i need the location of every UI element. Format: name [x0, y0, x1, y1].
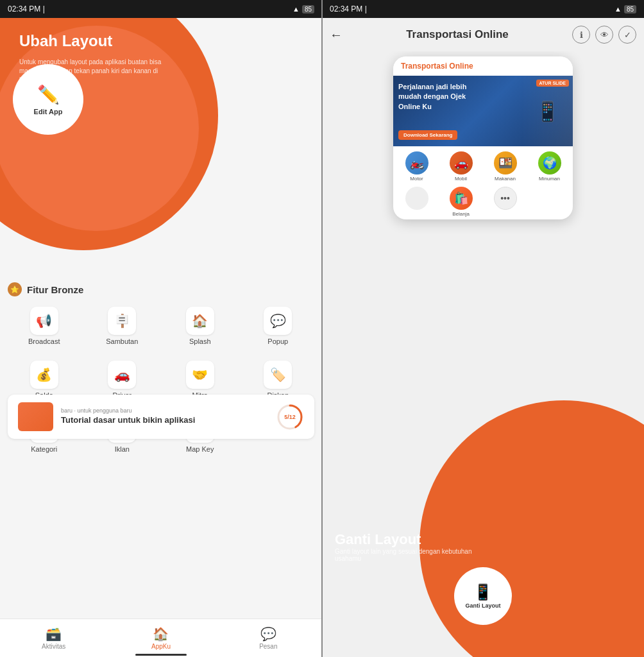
nav-appku[interactable]: 🏠 AppKu — [107, 626, 214, 650]
banner-phone-image: 📱 — [521, 76, 573, 146]
ganti-layout-title: Ganti Layout — [335, 531, 421, 548]
ganti-layout-desc: Ganti layout lain yang sesuai dengan keb… — [335, 548, 476, 562]
right-app-header: ← Transportasi Online ℹ 👁 ✓ — [322, 18, 644, 51]
feature-sambutan[interactable]: 🪧 Sambutan — [86, 302, 159, 350]
appku-label: AppKu — [151, 643, 171, 650]
eye-icon: 👁 — [600, 30, 609, 40]
right-status-right: ▲ 85 — [614, 5, 636, 13]
home-indicator — [135, 654, 187, 656]
splash-label: Splash — [189, 337, 211, 345]
pesan-label: Pesan — [259, 643, 277, 650]
kategori-label: Kategori — [31, 445, 57, 453]
motor-label: Motor — [410, 176, 423, 182]
download-btn[interactable]: Download Sekarang — [398, 130, 457, 140]
splash-icon-box: 🏠 — [186, 307, 214, 335]
pesan-icon: 💬 — [260, 626, 276, 642]
fitur-title: Fitur Bronze — [27, 284, 83, 295]
mapkey-label: Map Key — [186, 445, 214, 453]
tutorial-text: baru · untuk pengguna baru Tutorial dasa… — [61, 407, 268, 426]
mitra-icon-box: 🤝 — [186, 361, 214, 389]
tutorial-progress: 5/12 — [276, 403, 304, 431]
mobil-icon: 🚗 — [450, 151, 473, 175]
cat-minuman[interactable]: 🌍 Minuman — [529, 151, 570, 182]
placeholder-icon — [405, 187, 428, 210]
iklan-label: Iklan — [115, 445, 130, 453]
cat-makanan[interactable]: 🍱 Makanan — [484, 151, 526, 182]
tutorial-thumbnail — [18, 402, 53, 431]
shop-label: Belanja — [452, 211, 470, 217]
feature-popup[interactable]: 💬 Popup — [242, 302, 315, 350]
tutorial-title: Tutorial dasar untuk bikin aplikasi — [61, 415, 268, 426]
right-panel: 02:34 PM | ▲ 85 ← Transportasi Online ℹ … — [322, 0, 644, 657]
phone-top-bar: Transportasi Online — [393, 56, 573, 76]
category-row: 🏍️ Motor 🚗 Mobil 🍱 Makanan 🌍 Minuman — [393, 146, 573, 187]
phone-mockup: Transportasi Online Perjalanan jadi lebi… — [393, 56, 573, 219]
mobil-label: Mobil — [455, 176, 467, 182]
eye-button[interactable]: 👁 — [595, 26, 613, 44]
left-status-right: ▲ 85 — [292, 5, 314, 13]
right-page-title: Transportasi Online — [348, 28, 567, 41]
left-time: 02:34 PM | — [8, 4, 45, 13]
banner-slide[interactable]: Perjalanan jadi lebih mudah dengan Ojek … — [393, 76, 573, 146]
right-status-bar: 02:34 PM | ▲ 85 — [322, 0, 644, 18]
info-icon: ℹ — [580, 30, 583, 40]
check-icon: ✓ — [624, 30, 631, 40]
cat-more[interactable]: ••• — [484, 187, 526, 217]
aktivitas-icon: 🗃️ — [46, 626, 62, 642]
more-icon: ••• — [494, 187, 517, 210]
wifi-icon: ▲ — [292, 5, 300, 13]
right-orange-overlay — [419, 400, 644, 657]
left-status-bar: 02:34 PM | ▲ 85 — [0, 0, 322, 18]
banner-text: Perjalanan jadi lebih mudah dengan Ojek … — [398, 82, 475, 112]
fitur-header: ⭐ Fitur Bronze — [8, 276, 314, 302]
ubah-layout-desc: Untuk mengubah layout pada aplikasi buat… — [19, 58, 173, 85]
ganti-layout-button[interactable]: 📱 Ganti Layout — [454, 567, 512, 625]
right-time: 02:34 PM | — [330, 4, 367, 13]
broadcast-icon-box: 📢 — [30, 307, 58, 335]
minuman-icon: 🌍 — [538, 151, 561, 175]
check-button[interactable]: ✓ — [618, 26, 636, 44]
sambutan-label: Sambutan — [106, 337, 138, 345]
ganti-label: Ganti Layout — [465, 602, 500, 610]
info-button[interactable]: ℹ — [572, 26, 590, 44]
tutorial-badge: baru · untuk pengguna baru — [61, 407, 268, 414]
category-row-2: 🛍️ Belanja ••• — [393, 187, 573, 219]
feature-splash[interactable]: 🏠 Splash — [164, 302, 237, 350]
popup-label: Popup — [267, 337, 288, 345]
left-panel: 02:34 PM | ▲ 85 Ubah Layout Untuk mengub… — [0, 0, 322, 657]
right-battery-badge: 85 — [624, 5, 636, 13]
shop-icon: 🛍️ — [450, 187, 473, 210]
nav-pesan[interactable]: 💬 Pesan — [215, 626, 322, 650]
header-actions: ℹ 👁 ✓ — [572, 26, 636, 44]
nav-aktivitas[interactable]: 🗃️ Aktivitas — [0, 626, 107, 650]
saldo-icon-box: 💰 — [30, 361, 58, 389]
tutorial-card[interactable]: baru · untuk pengguna baru Tutorial dasa… — [8, 395, 314, 439]
right-wifi-icon: ▲ — [614, 5, 622, 13]
back-button[interactable]: ← — [330, 28, 343, 42]
cat-placeholder — [396, 187, 437, 217]
edit-label: Edit App — [34, 108, 63, 115]
sambutan-icon-box: 🪧 — [108, 307, 136, 335]
fitur-section: ⭐ Fitur Bronze 📢 Broadcast 🪧 Sambutan 🏠 … — [0, 276, 322, 657]
bottom-nav-left: 🗃️ Aktivitas 🏠 AppKu 💬 Pesan — [0, 619, 322, 657]
feature-broadcast[interactable]: 📢 Broadcast — [8, 302, 81, 350]
cat-shop[interactable]: 🛍️ Belanja — [440, 187, 482, 217]
panel-divider — [321, 0, 323, 657]
diskon-icon-box: 🏷️ — [264, 361, 292, 389]
appku-icon: 🏠 — [153, 626, 169, 642]
makanan-icon: 🍱 — [494, 151, 517, 175]
battery-badge: 85 — [302, 5, 314, 13]
aktivitas-label: Aktivitas — [42, 643, 65, 650]
phone-mockup-container: Transportasi Online Perjalanan jadi lebi… — [322, 51, 644, 657]
driver-icon-box: 🚗 — [108, 361, 136, 389]
phone-app-title: Transportasi Online — [401, 62, 565, 71]
progress-text: 5/12 — [284, 414, 296, 420]
motor-icon: 🏍️ — [405, 151, 428, 175]
smartphone-icon: 📱 — [473, 583, 493, 601]
cat-motor[interactable]: 🏍️ Motor — [396, 151, 437, 182]
cat-mobil[interactable]: 🚗 Mobil — [440, 151, 482, 182]
minuman-label: Minuman — [539, 176, 560, 182]
ubah-layout-title: Ubah Layout — [19, 32, 112, 50]
edit-icon: ✏️ — [37, 84, 60, 105]
bronze-icon: ⭐ — [8, 282, 22, 296]
